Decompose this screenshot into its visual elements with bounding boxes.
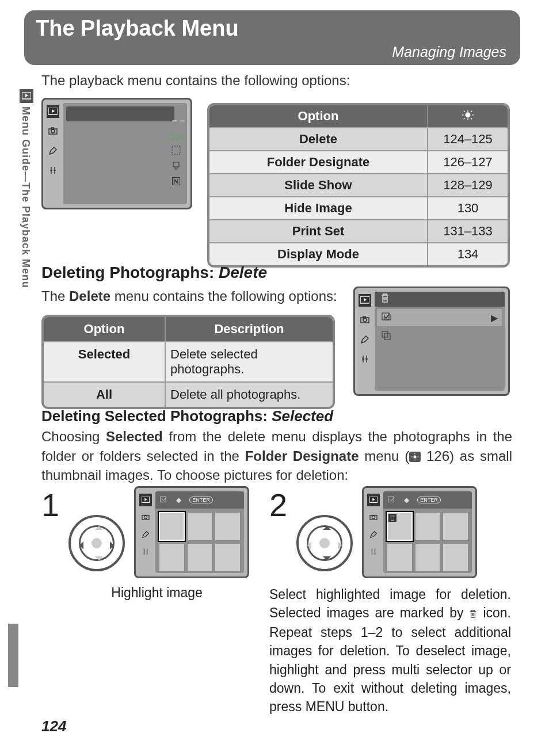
page-ref-icon — [409, 452, 421, 462]
crop-icon — [171, 145, 181, 158]
thumbnail — [415, 512, 441, 541]
sidebar-label: Menu Guide—The Playback Menu — [20, 106, 32, 288]
tab-pencil-icon — [139, 528, 152, 541]
opt-row-label: Hide Image — [209, 197, 427, 219]
svg-point-4 — [51, 129, 55, 133]
options-head-option: Option — [209, 105, 427, 127]
delete-heading: Deleting Photographs: Delete — [41, 264, 267, 282]
svg-rect-12 — [382, 313, 389, 320]
opt-row-label: Folder Designate — [209, 151, 427, 173]
tab-playback-icon — [139, 494, 152, 506]
step2-caption: Select highlighted image for deletion. S… — [269, 585, 511, 716]
opt-row-label: Slide Show — [209, 174, 427, 196]
opt-row-pages: 131–133 — [427, 220, 508, 242]
svg-point-22 — [372, 516, 375, 518]
multi-selector-icon — [68, 515, 125, 571]
selected-icon — [388, 495, 396, 505]
step-2: 2 ◆ — [269, 486, 511, 716]
delete-menu-lcd: ▶ — [353, 287, 510, 396]
svg-point-7 — [465, 112, 470, 117]
opt-row-label: Delete — [209, 128, 427, 150]
tab-setup-icon — [47, 164, 59, 177]
opt-row-pages: 126–127 — [427, 151, 508, 173]
tab-playback-icon — [47, 105, 59, 118]
enter-label: ENTER — [417, 497, 441, 503]
thumbnail — [187, 543, 213, 572]
page-accent-bar — [8, 624, 18, 687]
delete-menu-title-bar — [375, 292, 505, 307]
delete-row-desc: Delete selected photographs. — [165, 342, 333, 381]
tab-shoot-icon — [47, 125, 59, 138]
svg-point-11 — [363, 318, 367, 322]
trash-icon — [469, 605, 477, 623]
page-title: The Playback Menu — [36, 16, 239, 41]
thumbnail — [159, 543, 185, 572]
trash-icon — [380, 293, 390, 306]
enter-label: ENTER — [189, 497, 213, 503]
svg-rect-13 — [382, 331, 388, 337]
device-icon — [171, 161, 181, 174]
menu-highlight-bar — [66, 106, 174, 121]
selected-icon — [160, 495, 168, 505]
thumbnail-marked — [387, 512, 413, 541]
svg-rect-23 — [388, 497, 394, 502]
tab-playback-icon — [367, 494, 380, 506]
delete-row-desc: Delete all photographs. — [165, 383, 333, 407]
delete-row-opt: Selected — [44, 342, 165, 381]
thumbnail — [215, 543, 241, 572]
page-subtitle: Managing Images — [392, 44, 506, 60]
up-down-icon: ◆ — [176, 496, 181, 504]
opt-row-pages: 134 — [427, 243, 508, 265]
step1-caption: Highlight image — [64, 585, 249, 601]
step1-number: 1 — [41, 486, 59, 524]
tab-shoot-icon — [139, 511, 152, 524]
page-header: The Playback Menu Managing Images — [24, 10, 520, 65]
selected-icon — [382, 311, 392, 324]
tab-playback-icon — [359, 294, 371, 307]
selected-heading: Deleting Selected Photographs: Selected — [41, 407, 333, 425]
main-menu-lcd: – – ⏱2s N — [41, 98, 192, 209]
svg-point-18 — [144, 516, 147, 518]
thumbnail — [387, 543, 413, 572]
delete-selected-row: ▶ — [377, 309, 502, 326]
step2-number: 2 — [269, 486, 287, 524]
delete-head-option: Option — [44, 317, 165, 341]
tab-setup-icon — [139, 545, 152, 558]
thumbnail — [215, 512, 241, 541]
quality-n-icon: N — [172, 177, 180, 185]
thumbnail — [415, 543, 441, 572]
page-ref-icon — [462, 109, 474, 124]
thumbnail — [159, 512, 185, 541]
tab-pencil-icon — [47, 144, 59, 157]
trash-mark-icon — [388, 514, 396, 522]
multi-selector-icon — [296, 515, 353, 571]
opt-row-pages: 130 — [427, 197, 508, 219]
svg-rect-19 — [161, 497, 166, 502]
playback-icon — [20, 89, 33, 103]
timer-icon: ⏱2s — [168, 133, 184, 142]
opt-row-pages: 128–129 — [427, 174, 508, 196]
tab-setup-icon — [367, 545, 380, 558]
chevron-right-icon: ▶ — [491, 312, 498, 323]
thumbnail — [443, 543, 468, 572]
svg-rect-5 — [172, 146, 180, 154]
thumbnail — [443, 512, 468, 541]
up-down-icon: ◆ — [404, 496, 409, 504]
thumbnail — [187, 512, 213, 541]
delete-all-row — [377, 329, 502, 346]
svg-rect-14 — [384, 334, 390, 339]
delete-options-table: OptionDescription SelectedDelete selecte… — [41, 315, 335, 409]
sidebar: Menu Guide—The Playback Menu — [20, 89, 35, 319]
options-table: Option Delete124–125 Folder Designate126… — [207, 103, 510, 268]
delete-row-opt: All — [44, 383, 165, 407]
tab-pencil-icon — [359, 333, 371, 346]
opt-row-pages: 124–125 — [427, 128, 508, 150]
step-1: 1 ◆ — [41, 486, 249, 601]
tab-setup-icon — [359, 353, 371, 365]
svg-point-15 — [414, 456, 417, 459]
page-number: 124 — [41, 717, 66, 735]
no-value-dash: – – — [172, 116, 185, 126]
opt-row-label: Display Mode — [209, 243, 427, 265]
tab-shoot-icon — [359, 314, 371, 326]
all-icon — [382, 331, 392, 343]
